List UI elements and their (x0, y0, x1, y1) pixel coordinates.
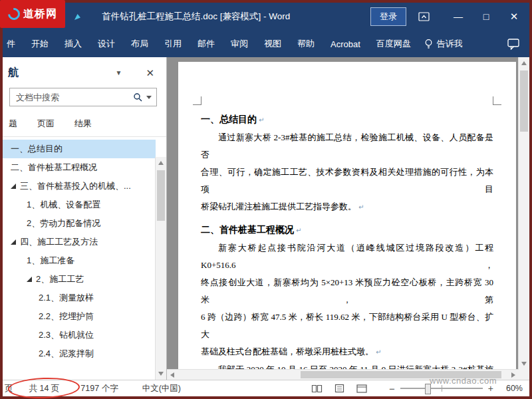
logo-text: 道桥网 (23, 7, 57, 21)
zoom-slider-center-tick (442, 385, 442, 392)
document-canvas: 一、总结目的通过新寨大桥 2-3#桩基的施工总结，检验施工机械、设备、人员配备是… (167, 57, 529, 380)
nav-item[interactable]: 1、施工准备 (3, 251, 156, 270)
language-indicator[interactable]: 中文(中国) (142, 383, 181, 394)
nav-item[interactable]: 2、劳动力配备情况 (3, 214, 156, 233)
ribbon-display-options-icon[interactable] (418, 12, 430, 22)
nav-tab-0[interactable]: 题 (9, 118, 17, 130)
doc-scroll-down-icon[interactable] (521, 362, 527, 366)
ribbon-tab-3[interactable]: 设计 (90, 38, 123, 50)
nav-item[interactable]: 一、总结目的 (3, 140, 156, 158)
margin-mark-top-left (193, 96, 201, 105)
doc-scroll-up-icon[interactable] (521, 61, 527, 65)
nav-tree: 一、总结目的二、首件桩基工程概况三、首件桩基投入的机械、...1、机械、设备配置… (3, 137, 156, 380)
maximize-button[interactable]: □ (472, 3, 500, 31)
doc-line: 终点接创业大道，新寨桥均为 5×20+13 米预应力砼空心板桥，主跨桥宽 30 … (201, 274, 493, 309)
login-button[interactable]: 登录 (370, 7, 406, 26)
nav-pane-header: 航 ▼ ✕ (3, 57, 166, 82)
doc-heading: 一、总结目的 (201, 111, 493, 129)
nav-tabs: 题页面结果 (3, 109, 166, 137)
nav-item-label: 2.3、钻机就位 (39, 329, 94, 341)
ribbon-tab-11[interactable]: 百度网盘 (368, 38, 419, 50)
comment-icon[interactable] (507, 39, 520, 50)
print-layout-icon[interactable] (334, 384, 344, 393)
ribbon-tab-6[interactable]: 邮件 (190, 38, 223, 50)
nav-item[interactable]: 三、首件桩基投入的机械、... (3, 177, 156, 196)
nav-item-label: 三、首件桩基投入的机械、... (20, 180, 131, 192)
ribbon-tab-1[interactable]: 开始 (23, 38, 57, 50)
nav-scroll-down-icon[interactable] (158, 372, 164, 376)
doc-line: 合理、可行，确定施工工艺、技术参数资料及相关处理措施的可行性，为本项目 (201, 164, 493, 198)
nav-item[interactable]: 二、首件桩基工程概况 (3, 158, 156, 177)
site-watermark: www.cndao.com (430, 376, 497, 386)
nav-item-label: 2.1、测量放样 (39, 292, 94, 304)
nav-item-label: 1、机械、设备配置 (27, 199, 100, 211)
close-button[interactable]: ✕ (500, 3, 528, 31)
nav-tab-2[interactable]: 结果 (74, 118, 92, 130)
nav-item-label: 2.2、挖埋护筒 (39, 311, 94, 323)
ribbon-tab-bar: 件开始插入设计布局引用邮件审阅视图帮助Acrobat百度网盘 告诉我 (3, 31, 529, 57)
search-input[interactable] (15, 92, 133, 103)
nav-search-box[interactable] (9, 88, 157, 106)
doc-line: 基础及柱式台配桩基础，桥墩采用桩柱式墩。 (201, 343, 493, 361)
nav-item-label: 二、首件桩基工程概况 (11, 162, 97, 174)
cndao-logo-watermark: 道桥网 (0, 0, 65, 28)
search-icon[interactable] (133, 92, 142, 102)
nav-tab-1[interactable]: 页面 (37, 118, 55, 130)
ribbon-tab-4[interactable]: 布局 (123, 38, 156, 50)
window-title: 首件钻孔桩工程施工总结.doc [兼容模式] - Word (102, 11, 290, 23)
lightbulb-icon (424, 39, 433, 49)
ribbon-tab-0[interactable]: 件 (3, 38, 23, 50)
nav-scrollbar[interactable] (155, 157, 166, 380)
zoom-slider[interactable] (400, 388, 483, 389)
nav-item-label: 2.4、泥浆拌制 (39, 348, 94, 360)
ribbon-tab-5[interactable]: 引用 (156, 38, 190, 50)
read-mode-icon[interactable] (311, 384, 323, 393)
ribbon-tab-8[interactable]: 视图 (256, 38, 289, 50)
nav-menu-arrow-icon[interactable]: ▼ (116, 69, 122, 76)
nav-item-label: 四、施工工艺及方法 (20, 236, 98, 248)
word-count[interactable]: 7197 个字 (80, 383, 118, 394)
nav-item-label: 2、劳动力配备情况 (27, 217, 100, 229)
tell-me-button[interactable]: 告诉我 (424, 38, 463, 50)
document-page[interactable]: 一、总结目的通过新寨大桥 2-3#桩基的施工总结，检验施工机械、设备、人员配备是… (178, 62, 516, 380)
minimize-button[interactable]: — (444, 3, 472, 31)
doc-scroll-right-icon[interactable] (511, 372, 515, 378)
logo-swirl-icon (5, 5, 22, 22)
nav-close-icon[interactable]: ✕ (146, 67, 154, 79)
expand-triangle-icon[interactable] (11, 184, 16, 189)
search-dropdown-icon[interactable] (146, 96, 152, 99)
scrollbar-corner (519, 370, 529, 380)
ribbon-tab-2[interactable]: 插入 (57, 38, 90, 50)
nav-item[interactable]: 1、机械、设备配置 (3, 196, 156, 214)
expand-triangle-icon[interactable] (11, 239, 16, 245)
doc-line: 6 跨（边跨）桥宽 47.5 米，桥长 119.62 米，下部结构桥台采用 U … (201, 309, 493, 343)
doc-scrollbar-thumb[interactable] (520, 70, 528, 132)
tell-me-label: 告诉我 (437, 38, 463, 50)
ribbon-tabs: 件开始插入设计布局引用邮件审阅视图帮助Acrobat百度网盘 (3, 38, 419, 50)
doc-line: 新寨大桥起点接书院沿河大道（逍峰线城区过境路段改造）工程 K0+516.6， (201, 239, 493, 274)
ribbon-tab-10[interactable]: Acrobat (323, 39, 368, 49)
nav-item[interactable]: 2.4、泥浆拌制 (3, 344, 156, 363)
nav-item[interactable]: 2.3、钻机就位 (3, 326, 156, 344)
nav-item[interactable]: 2.1、测量放样 (3, 289, 156, 307)
nav-item[interactable]: 2、施工工艺 (3, 270, 156, 289)
nav-item[interactable]: 四、施工工艺及方法 (3, 233, 156, 251)
doc-line: 桥梁钻孔灌注桩施工提供工艺指导参数。 (201, 198, 493, 216)
nav-scroll-up-icon[interactable] (158, 161, 164, 165)
quick-access-pin-icon[interactable] (73, 13, 82, 21)
nav-item[interactable]: 2.2、挖埋护筒 (3, 307, 156, 326)
nav-pane-title: 航 (8, 66, 19, 80)
doc-scroll-left-icon[interactable] (170, 372, 174, 378)
vertical-scrollbar[interactable] (518, 57, 529, 370)
ribbon-tab-7[interactable]: 审阅 (223, 38, 256, 50)
expand-triangle-icon[interactable] (27, 277, 32, 282)
main-area: 航 ▼ ✕ 题页面结果 一、总结目的二、首件桩基工程概况三、首件桩基投入的机械、… (3, 57, 529, 380)
zoom-out-button[interactable]: − (389, 383, 395, 394)
word-window: 首件钻孔桩工程施工总结.doc [兼容模式] - Word 登录 — □ ✕ 件… (3, 3, 529, 396)
titlebar: 首件钻孔桩工程施工总结.doc [兼容模式] - Word 登录 — □ ✕ (3, 3, 529, 31)
navigation-pane: 航 ▼ ✕ 题页面结果 一、总结目的二、首件桩基工程概况三、首件桩基投入的机械、… (3, 57, 167, 380)
nav-scrollbar-thumb[interactable] (157, 170, 165, 221)
zoom-level[interactable]: 60% (501, 384, 523, 393)
web-layout-icon[interactable] (356, 384, 367, 393)
ribbon-tab-9[interactable]: 帮助 (289, 38, 323, 50)
